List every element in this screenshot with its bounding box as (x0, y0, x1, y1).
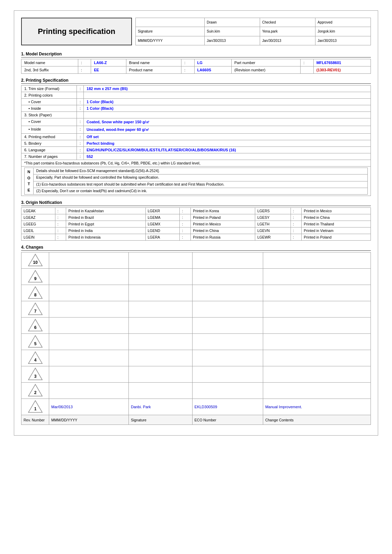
origin-lgeaz-code: LGEAZ (21, 214, 55, 221)
changes-row-9: 9 (21, 269, 371, 285)
spec-row-inside-color: • Inside : 1 Color (Black) (21, 105, 371, 112)
rev-6-change (263, 318, 371, 334)
origin-lgeak-code: LGEAK (21, 208, 55, 214)
printing-spec-table: 1. Trim size (Format) : 182 mm x 257 mm … (21, 85, 371, 196)
product-name-label: Product name (126, 66, 181, 74)
bindery-value: Perfect binding (84, 140, 371, 147)
model-name-value: LA66-Z (91, 59, 126, 66)
origin-row-4: LGEIL : Printed in India LGEND : Printed… (21, 227, 371, 234)
drawn-label: Drawn (205, 18, 260, 27)
origin-row-2: LGEAZ : Printed in Brazil LGEMA : Printe… (21, 214, 371, 221)
origin-lgeaz-value: Printed in Brazil (66, 214, 145, 221)
stock-label: 3. Stock (Paper) (21, 112, 77, 118)
origin-lgewr-code: LGEWR (255, 234, 291, 241)
spec-row-pages: 7. Number of pages : 552 (21, 153, 371, 160)
origin-lgema-colon: : (180, 214, 191, 221)
origin-lgema-value: Printed in Poland (191, 214, 255, 221)
changes-row-4: 4 (21, 350, 371, 366)
checked-signature: Yena.park (260, 27, 315, 36)
rev-8-change (263, 285, 371, 301)
origin-lgesy-code: LGESY (255, 214, 291, 221)
note-side-label: NOTE (25, 168, 34, 195)
rev-8-date (49, 285, 129, 301)
suffix-value: EE (91, 66, 126, 74)
rev-9-date (49, 269, 129, 285)
section4-title: 4. Changes (21, 245, 371, 251)
origin-row-1: LGEAK : Printed in Kazakhstan LGEKR : Pr… (21, 208, 371, 214)
cover-paper-label: • Cover (21, 118, 77, 126)
rev-6-eco (192, 318, 263, 334)
changes-row-3: 3 (21, 366, 371, 383)
footer-date: MMM/DD/YYYY (49, 415, 129, 425)
bindery-colon: : (77, 140, 84, 147)
rev-2-eco (192, 383, 263, 399)
origin-lgevn-colon: : (291, 227, 302, 234)
origin-lgevn-value: Printed in Vietnam (302, 227, 371, 234)
signature-label: Signature (136, 27, 205, 36)
rev-1-date: Mar/06/2013 (49, 399, 129, 415)
note-line3: (1) Eco-hazardous substances test report… (33, 181, 367, 188)
origin-lgera-value: Printed in Russia (191, 234, 255, 241)
suffix-label: 2nd, 3rd Suffix (21, 66, 78, 74)
origin-lgeaz-colon: : (55, 214, 66, 221)
origin-lgeil-value: Printed in India (66, 227, 145, 234)
origin-lgemx-colon: : (180, 221, 191, 227)
part-number-value: MFL67658601 (313, 59, 371, 66)
rev-10-triangle: 10 (21, 252, 49, 269)
section2-title: 2. Printing Specification (21, 78, 371, 84)
revision-colon (301, 66, 313, 74)
stock-colon (77, 112, 84, 118)
date-label: MMM/DD/YYYY (136, 36, 205, 45)
rev-6-triangle: 6 (21, 318, 49, 334)
note-row-note: NOTE Details should be followed Eco-SCM … (21, 167, 371, 196)
language-colon: : (77, 147, 84, 153)
print-method-colon: : (77, 134, 84, 140)
rev-9-eco (192, 269, 263, 285)
approved-signature: Jongok.kim (315, 27, 371, 36)
origin-lgend-code: LGEND (145, 227, 180, 234)
origin-lgers-colon: : (291, 208, 302, 214)
rev-1-change: Manual Improvement. (263, 399, 371, 415)
spec-row-inside-paper: • Inside : Uncoated, wood-free paper 60 … (21, 126, 371, 134)
svg-text:2: 2 (34, 390, 36, 395)
origin-lgeth-code: LGETH (255, 221, 291, 227)
origin-lgeeg-code: LGEEG (21, 221, 55, 227)
origin-lgekr-code: LGEKR (145, 208, 180, 214)
language-label: 6. Language (21, 147, 77, 153)
origin-row-3: LGEEG : Printed in Egypt LGEMX : Printed… (21, 221, 371, 227)
colors-colon (77, 92, 84, 99)
brand-name-colon: : (181, 59, 194, 66)
rev-6-signature (128, 318, 192, 334)
print-method-label: 4. Printing method (21, 134, 77, 140)
changes-row-10: 10 (21, 252, 371, 269)
origin-lgers-code: LGERS (255, 208, 291, 214)
revision-value: (1303-REV01) (313, 66, 371, 74)
rev-9-change (263, 269, 371, 285)
rev-7-signature (128, 301, 192, 318)
origin-lgekr-value: Printed in Korea (191, 208, 255, 214)
origin-lgein-code: LGEIN (21, 234, 55, 241)
spec-row-stock: 3. Stock (Paper) (21, 112, 371, 118)
approved-date: Jan/30/2013 (315, 36, 371, 45)
origin-lgesy-value: Printed in China (302, 214, 371, 221)
svg-text:8: 8 (34, 293, 36, 297)
origin-lgeth-value: Printed in Thailand (302, 221, 371, 227)
product-name-value: LA660S (194, 66, 231, 74)
pages-label: 7. Number of pages (21, 153, 77, 160)
note-line1: Details should be followed Eco-SCM manag… (33, 168, 367, 175)
rev-4-triangle: 4 (21, 350, 49, 366)
rev-4-eco (192, 350, 263, 366)
stock-value (84, 112, 371, 118)
spec-row-bindery: 5. Bindery : Perfect binding (21, 140, 371, 147)
svg-text:3: 3 (34, 374, 36, 379)
svg-text:6: 6 (34, 325, 36, 330)
spec-row-colors: 2. Printing colors (21, 92, 371, 99)
bindery-label: 5. Bindery (21, 140, 77, 147)
inside-paper-value: Uncoated, wood-free paper 60 g/㎡ (84, 126, 371, 134)
origin-lgeth-colon: : (291, 221, 302, 227)
rev-5-date (49, 334, 129, 350)
rev-2-date (49, 383, 129, 399)
rev-3-eco (192, 366, 263, 383)
origin-lgesy-colon: : (291, 214, 302, 221)
checked-date: Jan/30/2013 (260, 36, 315, 45)
